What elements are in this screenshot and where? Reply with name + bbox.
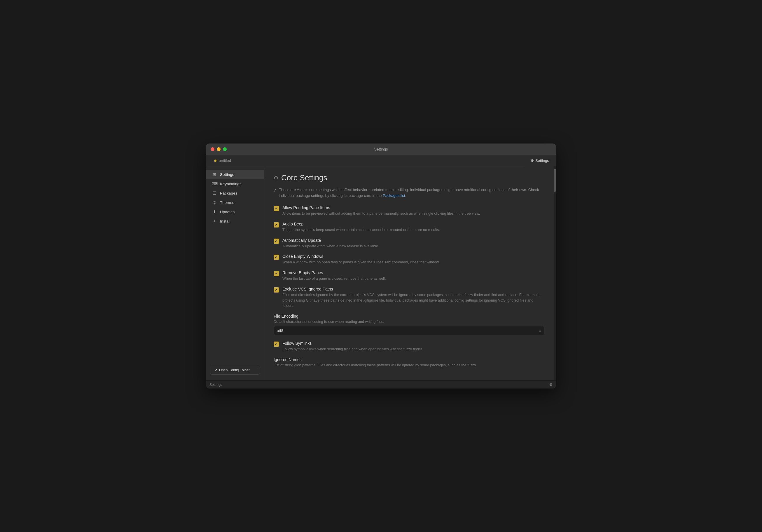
section-title: Core Settings [281,173,327,182]
setting-follow-symlinks: Follow Symlinks Follow symbolic links wh… [274,341,544,352]
status-bar-gear-icon[interactable]: ⚙ [549,382,553,387]
traffic-lights [211,147,227,151]
themes-icon: ◎ [212,200,217,205]
sidebar: ⊞ Settings ⌨ Keybindings ☰ Packages ◎ Th… [206,166,264,380]
setting-audio-beep-content: Audio Beep Trigger the system's beep sou… [282,222,440,233]
sidebar-item-settings[interactable]: ⊞ Settings [206,170,264,179]
settings-icon: ⊞ [212,172,217,177]
checkbox-follow-symlinks[interactable] [274,342,279,347]
setting-auto-update-label: Automatically Update [282,238,379,243]
checkbox-remove-empty-panes[interactable] [274,271,279,276]
file-encoding-select-wrapper: utf8 ⬍ [274,326,544,335]
info-text-before: These are Atom's core settings which aff… [279,188,539,198]
sidebar-spacer [206,226,264,363]
sidebar-updates-label: Updates [220,210,235,214]
status-bar-label: Settings [209,383,222,387]
setting-auto-update-desc: Automatically update Atom when a new rel… [282,244,379,249]
keybindings-icon: ⌨ [212,182,217,186]
setting-audio-beep: Audio Beep Trigger the system's beep sou… [274,222,544,233]
setting-remove-empty-panes-content: Remove Empty Panes When the last tab of … [282,270,386,281]
setting-exclude-vcs: Exclude VCS Ignored Paths Files and dire… [274,287,544,309]
unsaved-dot [214,160,216,162]
maximize-button[interactable] [223,147,227,151]
setting-remove-empty-panes-desc: When the last tab of a pane is closed, r… [282,276,386,281]
setting-exclude-vcs-label: Exclude VCS Ignored Paths [282,287,544,291]
info-icon: ? [274,187,276,198]
setting-close-empty-windows-label: Close Empty Windows [282,254,440,259]
file-encoding-label: File Encoding [274,314,544,319]
sidebar-item-install[interactable]: + Install [206,216,264,226]
main-area: ⊞ Settings ⌨ Keybindings ☰ Packages ◎ Th… [206,166,556,380]
tab-bar: untitled ⚙ Settings [206,155,556,166]
setting-follow-symlinks-desc: Follow symbolic links when searching fil… [282,346,423,352]
setting-follow-symlinks-label: Follow Symlinks [282,341,423,345]
scroll-thumb[interactable] [554,169,556,192]
checkbox-auto-update[interactable] [274,239,279,244]
checkbox-exclude-vcs[interactable] [274,287,279,292]
setting-auto-update: Automatically Update Automatically updat… [274,238,544,249]
open-config-label: Open Config Folder [219,368,250,372]
setting-allow-pending-label: Allow Pending Pane Items [282,205,480,210]
checkbox-allow-pending[interactable] [274,206,279,211]
install-icon: + [212,219,217,223]
setting-exclude-vcs-content: Exclude VCS Ignored Paths Files and dire… [282,287,544,309]
file-encoding-select[interactable]: utf8 [274,326,544,335]
tab-settings[interactable]: ⚙ Settings [524,155,556,166]
minimize-button[interactable] [217,147,221,151]
tab-settings-label: ⚙ Settings [531,158,549,163]
setting-remove-empty-panes: Remove Empty Panes When the last tab of … [274,270,544,281]
setting-allow-pending: Allow Pending Pane Items Allow items to … [274,205,544,216]
checkbox-close-empty-windows[interactable] [274,255,279,260]
setting-close-empty-windows: Close Empty Windows When a window with n… [274,254,544,265]
sidebar-item-packages[interactable]: ☰ Packages [206,189,264,198]
section-header: ⚙ Core Settings [274,173,544,182]
info-block: ? These are Atom's core settings which a… [274,187,544,198]
app-window: Settings untitled ⚙ Settings ⊞ Settings … [206,143,556,389]
tab-untitled-label: untitled [219,158,231,163]
setting-close-empty-windows-desc: When a window with no open tabs or panes… [282,260,440,265]
info-text: These are Atom's core settings which aff… [279,187,544,198]
ignored-names-section: Ignored Names List of string glob patter… [274,357,544,367]
sidebar-themes-label: Themes [220,200,234,205]
status-bar: Settings ⚙ [206,380,556,389]
core-settings-gear-icon: ⚙ [274,175,278,181]
sidebar-item-updates[interactable]: ⬆ Updates [206,207,264,216]
setting-close-empty-windows-content: Close Empty Windows When a window with n… [282,254,440,265]
scroll-track[interactable] [554,166,556,380]
ignored-names-label: Ignored Names [274,357,544,362]
packages-icon: ☰ [212,191,217,195]
setting-remove-empty-panes-label: Remove Empty Panes [282,270,386,275]
setting-follow-symlinks-content: Follow Symlinks Follow symbolic links wh… [282,341,423,352]
tab-untitled[interactable]: untitled [209,155,236,166]
content-area: ⚙ Core Settings ? These are Atom's core … [264,166,554,380]
setting-exclude-vcs-desc: Files and directories ignored by the cur… [282,292,544,309]
open-config-button[interactable]: ↗ Open Config Folder [211,366,259,374]
setting-auto-update-content: Automatically Update Automatically updat… [282,238,379,249]
sidebar-settings-label: Settings [220,172,234,177]
sidebar-install-label: Install [220,219,230,223]
ignored-names-desc: List of string glob patterns. Files and … [274,363,544,367]
sidebar-packages-label: Packages [220,191,237,195]
sidebar-item-keybindings[interactable]: ⌨ Keybindings [206,179,264,189]
setting-allow-pending-desc: Allow items to be previewed without addi… [282,211,480,216]
file-encoding-desc: Default character set encoding to use wh… [274,320,544,324]
sidebar-keybindings-label: Keybindings [220,182,242,186]
packages-list-link[interactable]: Packages list [383,193,405,198]
sidebar-item-themes[interactable]: ◎ Themes [206,198,264,207]
title-bar: Settings [206,143,556,155]
updates-icon: ⬆ [212,209,217,214]
setting-audio-beep-desc: Trigger the system's beep sound when cer… [282,227,440,233]
file-encoding-section: File Encoding Default character set enco… [274,314,544,335]
close-button[interactable] [211,147,214,151]
window-title: Settings [374,147,388,151]
setting-audio-beep-label: Audio Beep [282,222,440,226]
open-config-icon: ↗ [214,368,217,372]
checkbox-audio-beep[interactable] [274,222,279,227]
setting-allow-pending-content: Allow Pending Pane Items Allow items to … [282,205,480,216]
